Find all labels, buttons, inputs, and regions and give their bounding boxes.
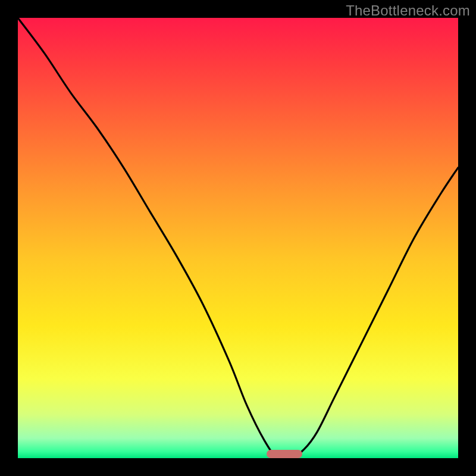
chart-svg — [18, 18, 458, 458]
chart-background — [18, 18, 458, 458]
plot-area — [18, 18, 458, 458]
watermark-text: TheBottleneck.com — [346, 2, 470, 19]
image-frame: TheBottleneck.com — [0, 0, 476, 476]
optimal-range-marker — [267, 450, 302, 458]
